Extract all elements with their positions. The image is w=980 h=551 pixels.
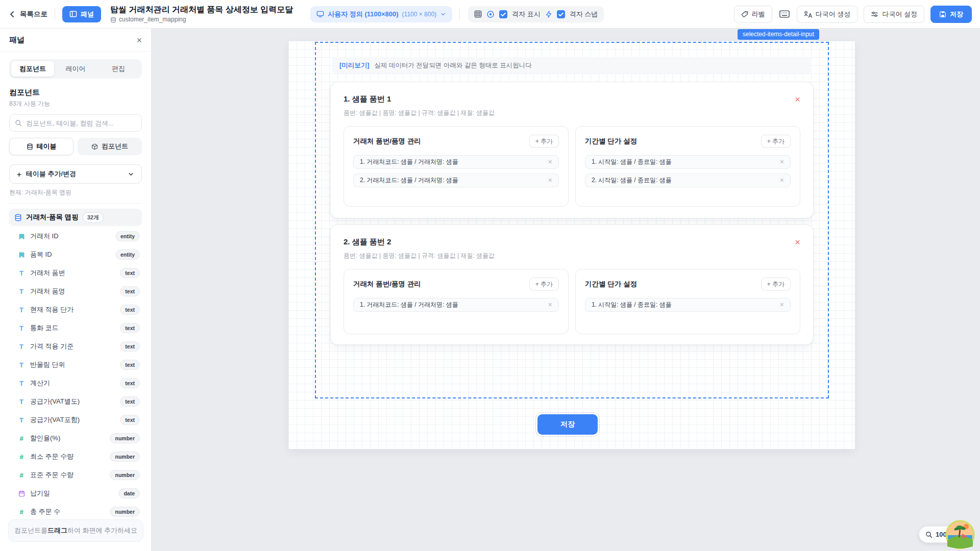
add-row-button[interactable]: + 추가 [761,135,791,148]
grid-show-checkbox[interactable] [499,10,507,18]
remove-row-icon[interactable] [548,158,552,165]
field-label: 할인율(%) [30,434,105,443]
table-group-header[interactable]: 거래처-품목 맵핑 32개 [9,209,142,226]
field-type-badge: text [120,378,140,388]
row-text: 1. 거래처코드: 샘플 / 거래처명: 샘플 [360,300,548,309]
row-text: 2. 시작일: 샘플 / 종료일: 샘플 [592,176,780,185]
database-icon [14,214,22,221]
editor-canvas[interactable]: selected-items-detail-input [미리보기] 실제 데이… [152,29,980,551]
panel-title: 기간별 단가 설정 [585,137,637,146]
tag-icon [741,11,748,18]
customer-part-panel: 거래처 품번/품명 관리 + 추가 1. 거래처코드: 샘플 / 거래처명: 샘… [344,126,569,207]
field-row-rounding-unit[interactable]: 반올림 단위 text [9,356,142,374]
grid-show-label: 격자 표시 [512,10,541,19]
field-row-min-order-qty[interactable]: 최소 주문 수량 number [9,447,142,466]
text-icon [17,306,26,314]
page-title: 탑씰 거래처관리 거래처별 품목 상세정보 입력모달 [110,5,293,15]
field-row-item-id[interactable]: 품목 ID entity [9,245,142,264]
field-row-customer-part-no[interactable]: 거래처 품번 text [9,264,142,282]
field-row-price-basis[interactable]: 가격 적용 기준 text [9,337,142,356]
monitor-icon [316,10,324,18]
number-icon [17,435,26,442]
add-row-button[interactable]: + 추가 [761,278,791,291]
selected-container[interactable]: [미리보기] 실제 데이터가 전달되면 아래와 같은 형태로 표시됩니다 1. … [315,42,829,398]
back-button[interactable]: 목록으로 [8,10,47,19]
field-row-currency-code[interactable]: 통화 코드 text [9,319,142,337]
source-tab-components-text: 컴포넌트 [102,142,128,151]
field-row-customer-part-name[interactable]: 거래처 품명 text [9,282,142,300]
tab-components[interactable]: 컴포넌트 [11,61,54,77]
close-icon[interactable]: × [136,36,142,45]
item-card-meta: 품번: 샘플값 | 품명: 샘플값 | 규격: 샘플값 | 재질: 샘플값 [344,252,800,261]
field-row-customer-id[interactable]: 거래처 ID entity [9,227,142,245]
selection-name-label: selected-items-detail-input [738,29,819,40]
add-row-button[interactable]: + 추가 [529,278,559,291]
field-row-discount-rate[interactable]: 할인율(%) number [9,429,142,447]
field-row-calculator[interactable]: 계산기 text [9,374,142,392]
remove-row-icon[interactable] [548,301,552,308]
field-type-badge: date [118,488,140,498]
drag-hint-suffix: 하여 화면에 추가하세요 [67,526,137,535]
field-label: 현재 적용 단가 [30,305,115,314]
source-tab-tables[interactable]: 테이블 [9,138,74,155]
list-item: 2. 시작일: 샘플 / 종료일: 샘플 [585,173,791,187]
tab-edit[interactable]: 편집 [97,61,140,77]
panel-title: 거래처 품번/품명 관리 [353,137,421,146]
field-label: 가격 적용 기준 [30,342,115,351]
panel-title: 기간별 단가 설정 [585,280,637,289]
i18n-settings-button[interactable]: 다국어 설정 [864,6,924,23]
list-item: 1. 거래처코드: 샘플 / 거래처명: 샘플 [353,298,559,312]
table-name: 거래처-품목 맵핑 [26,213,79,222]
i18n-generate-button[interactable]: 다국어 생성 [797,6,858,23]
field-type-badge: number [110,507,140,517]
search-box [9,114,142,132]
remove-row-icon[interactable] [780,158,784,165]
grid-controls: 격자 표시 격자 스냅 [468,6,604,22]
source-tab-components[interactable]: 컴포넌트 [78,138,142,155]
field-row-delivery-date[interactable]: 납기일 date [9,484,142,503]
list-item: 1. 거래처코드: 샘플 / 거래처명: 샘플 [353,155,559,169]
viewport-select[interactable]: 사용자 정의 (1100×800) (1100 × 800) [310,6,452,22]
chevron-down-icon [128,171,134,178]
app-screen: 목록으로 패널 탑씰 거래처관리 거래처별 품목 상세정보 입력모달 custo… [0,0,980,551]
label-button[interactable]: 라벨 [734,6,772,23]
customer-part-panel: 거래처 품번/품명 관리 + 추가 1. 거래처코드: 샘플 / 거래처명: 샘… [344,269,569,334]
database-icon [27,143,33,150]
panel-title: 거래처 품번/품명 관리 [353,280,421,289]
panel-toggle-button[interactable]: 패널 [62,6,101,22]
remove-item-icon[interactable] [795,94,800,104]
search-input[interactable] [26,119,136,127]
chevron-down-icon [440,11,446,17]
field-row-current-price[interactable]: 현재 적용 단가 text [9,300,142,319]
field-type-badge: entity [115,231,140,241]
canvas-save-button[interactable]: 저장 [537,414,598,435]
magnifier-icon [925,531,933,538]
text-icon [17,398,26,406]
field-label: 거래처 ID [30,232,111,241]
add-table-button[interactable]: 테이블 추가/변경 [9,164,142,184]
field-row-std-order-qty[interactable]: 표준 주문 수량 number [9,466,142,484]
keyboard-icon-button[interactable] [778,10,791,18]
save-button[interactable]: 저장 [930,6,972,23]
field-label: 최소 주문 수량 [30,452,105,461]
grid-snap-checkbox[interactable] [557,10,565,18]
panel-title: 패널 [9,35,24,45]
field-row-supply-price-inc-vat[interactable]: 공급가(VAT포함) text [9,411,142,429]
text-icon [17,269,26,277]
remove-row-icon[interactable] [780,301,784,308]
plus-icon [17,170,21,179]
remove-item-icon[interactable] [795,237,800,247]
island-badge[interactable] [945,520,975,549]
remove-row-icon[interactable] [548,177,552,184]
add-row-button[interactable]: + 추가 [529,135,559,148]
tab-layers[interactable]: 레이어 [54,61,97,77]
sliders-icon [871,11,878,18]
item-card-title: 2. 샘플 품번 2 [344,237,391,247]
remove-row-icon[interactable] [780,177,784,184]
label-button-text: 라벨 [752,10,765,19]
preview-text: 실제 데이터가 전달되면 아래와 같은 형태로 표시됩니다 [374,61,531,70]
row-text: 1. 시작일: 샘플 / 종료일: 샘플 [592,300,780,309]
field-row-supply-price-ex-vat[interactable]: 공급가(VAT별도) text [9,392,142,411]
field-label: 납기일 [30,489,114,498]
field-row-total-orders[interactable]: 총 주문 수 number [9,503,142,521]
